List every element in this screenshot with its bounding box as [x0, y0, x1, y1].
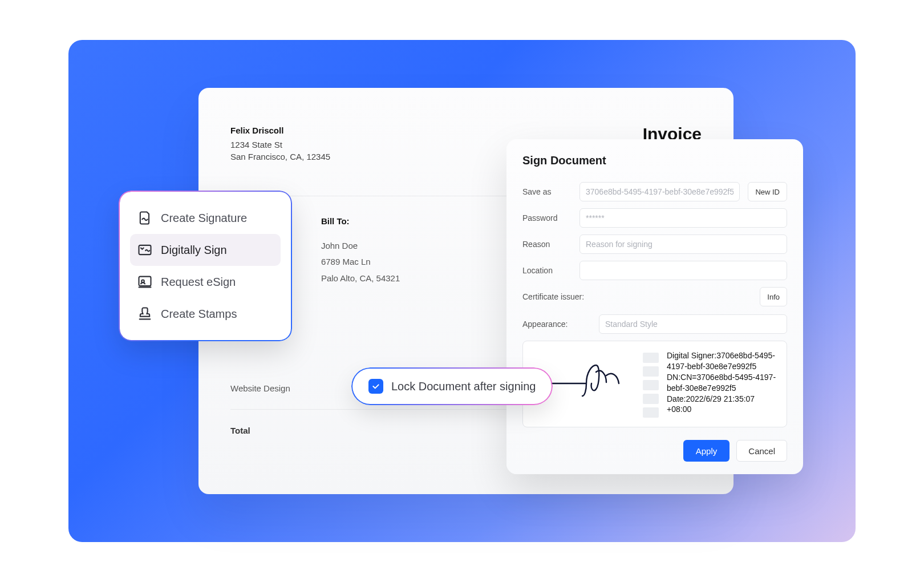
- menu-item-label: Request eSign: [161, 276, 236, 289]
- location-label: Location: [522, 266, 572, 275]
- invoice-from: Felix Driscoll 1234 State St San Francis…: [230, 124, 330, 163]
- password-label: Password: [522, 213, 572, 223]
- certificate-issuer-label: Certificate issuer:: [522, 292, 584, 301]
- new-id-button[interactable]: New ID: [748, 182, 787, 201]
- request-esign-icon: [137, 274, 153, 290]
- cancel-button[interactable]: Cancel: [736, 440, 787, 462]
- lock-checkbox[interactable]: [368, 379, 383, 394]
- signature-preview: Digital Signer:3706e8bd-5495-4197-bebf-3…: [522, 341, 787, 427]
- apply-button[interactable]: Apply: [683, 440, 730, 462]
- digital-sign-icon: [137, 242, 153, 258]
- checkmark-icon: [371, 382, 380, 391]
- menu-digitally-sign[interactable]: Digitally Sign: [130, 234, 281, 266]
- menu-create-stamps[interactable]: Create Stamps: [130, 298, 281, 330]
- menu-item-label: Create Stamps: [161, 308, 237, 321]
- signature-info: Digital Signer:3706e8bd-5495-4197-bebf-3…: [667, 350, 777, 418]
- sig-info-signer: Digital Signer:3706e8bd-5495-4197-bebf-3…: [667, 350, 777, 372]
- sig-info-date: Date:2022/6/29 21:35:07 +08:00: [667, 394, 777, 415]
- reason-input[interactable]: [579, 235, 787, 254]
- from-street: 1234 State St: [230, 139, 330, 151]
- signature-placeholder-bars: [643, 350, 659, 418]
- from-name: Felix Driscoll: [230, 124, 330, 136]
- dialog-title: Sign Document: [522, 154, 787, 167]
- total-label: Total: [230, 426, 250, 435]
- appearance-select[interactable]: [599, 314, 787, 334]
- saveas-label: Save as: [522, 187, 572, 196]
- lock-document-option[interactable]: Lock Document after signing: [352, 369, 552, 404]
- bill-to-label: Bill To:: [321, 213, 400, 230]
- location-input[interactable]: [579, 261, 787, 280]
- saveas-input[interactable]: [579, 182, 740, 201]
- from-city: San Francisco, CA, 12345: [230, 151, 330, 163]
- lock-label: Lock Document after signing: [391, 380, 536, 393]
- sign-document-dialog: Sign Document Save as New ID Password Re…: [506, 139, 803, 474]
- info-button[interactable]: Info: [760, 287, 787, 306]
- line-item: Website Design: [230, 383, 290, 393]
- menu-request-esign[interactable]: Request eSign: [130, 266, 281, 298]
- reason-label: Reason: [522, 240, 572, 249]
- bill-to-block: Bill To: John Doe 6789 Mac Ln Palo Alto,…: [321, 213, 400, 286]
- bill-street: 6789 Mac Ln: [321, 254, 400, 270]
- appearance-label: Appearance:: [522, 320, 591, 329]
- password-input[interactable]: [579, 208, 787, 228]
- bill-city: Palo Alto, CA, 54321: [321, 270, 400, 287]
- sig-info-dn: DN:CN=3706e8bd-5495-4197-bebf-30e8e7e992…: [667, 372, 777, 394]
- signature-menu: Create Signature Digitally Sign Request …: [120, 192, 291, 340]
- signature-icon: [137, 210, 153, 226]
- menu-item-label: Create Signature: [161, 212, 247, 225]
- svg-rect-0: [139, 245, 151, 254]
- bill-name: John Doe: [321, 238, 400, 254]
- stamp-icon: [137, 306, 153, 322]
- menu-create-signature[interactable]: Create Signature: [130, 202, 281, 234]
- menu-item-label: Digitally Sign: [161, 244, 227, 257]
